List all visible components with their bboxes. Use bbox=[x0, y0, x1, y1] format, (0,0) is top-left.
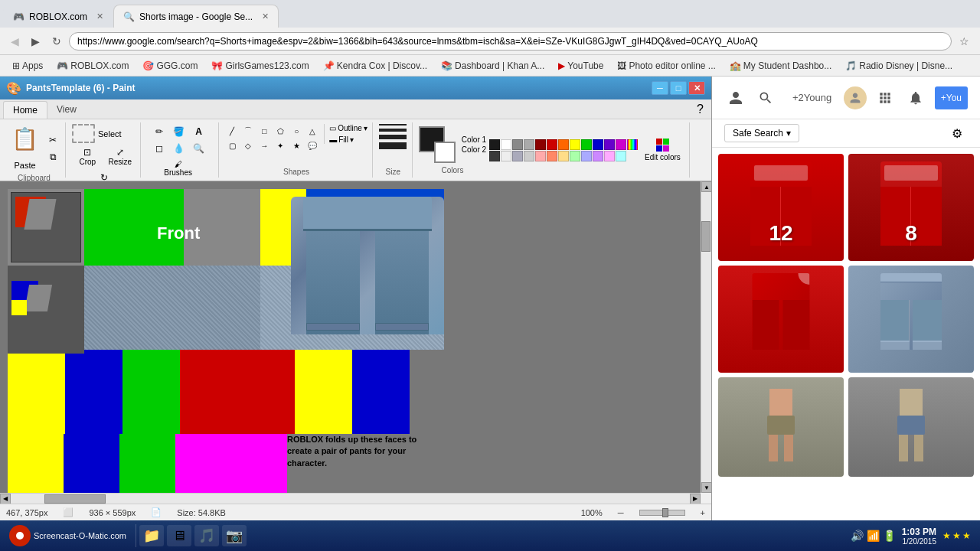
pal-lightgray2[interactable] bbox=[524, 151, 534, 161]
tab-close[interactable]: ✕ bbox=[262, 11, 269, 21]
size-3[interactable] bbox=[379, 135, 407, 139]
pal-lightblue[interactable] bbox=[581, 151, 592, 161]
horizontal-scrollbar[interactable]: ◀ ▶ bbox=[0, 493, 701, 504]
address-bar[interactable] bbox=[69, 32, 952, 51]
rrect-tool[interactable]: ▢ bbox=[225, 139, 239, 152]
pal-darkred[interactable] bbox=[535, 139, 546, 150]
crop-button[interactable]: ⊡ Crop bbox=[72, 145, 103, 168]
pencil-tool[interactable]: ✏ bbox=[152, 124, 167, 139]
bookmark-roblox[interactable]: 🎮 ROBLOX.com bbox=[51, 59, 135, 73]
size-2[interactable] bbox=[379, 129, 407, 132]
tab-home[interactable]: Home bbox=[3, 101, 47, 119]
result-item-3[interactable] bbox=[718, 266, 844, 373]
fill-tool[interactable]: 🪣 bbox=[172, 124, 187, 139]
scroll-up[interactable]: ▲ bbox=[701, 181, 711, 192]
back-button[interactable]: ◀ bbox=[6, 34, 24, 49]
pal-gray2[interactable] bbox=[524, 139, 534, 150]
tab-roblox[interactable]: 🎮 ROBLOX.com ✕ bbox=[3, 5, 113, 28]
result-item-6[interactable] bbox=[848, 377, 974, 477]
bookmark-khan[interactable]: 📚 Dashboard | Khan A... bbox=[435, 59, 550, 73]
pal-purple[interactable] bbox=[604, 139, 615, 150]
tray-icon-3[interactable]: 🔋 bbox=[883, 530, 896, 542]
maximize-button[interactable]: □ bbox=[670, 81, 687, 95]
screencast-item[interactable]: Screencast-O-Matic.com bbox=[3, 525, 132, 546]
result-item-5[interactable] bbox=[718, 377, 844, 477]
safe-search-dropdown[interactable]: ▾ bbox=[786, 128, 791, 139]
cut-button[interactable]: ✂ bbox=[45, 132, 60, 148]
polygon-tool[interactable]: ⬠ bbox=[273, 124, 287, 138]
result-image-2[interactable]: 8 bbox=[848, 154, 974, 261]
result-image-5[interactable] bbox=[718, 377, 844, 477]
pal-magenta[interactable] bbox=[616, 139, 626, 150]
resize-button[interactable]: ⤢ Resize bbox=[105, 145, 136, 168]
forward-button[interactable]: ▶ bbox=[27, 34, 44, 49]
select-button[interactable] bbox=[72, 124, 95, 143]
zoom-plus[interactable]: + bbox=[701, 508, 705, 517]
line-tool[interactable]: ╱ bbox=[225, 124, 239, 138]
avatar[interactable] bbox=[844, 86, 867, 109]
bookmark-ggg[interactable]: 🎯 GGG.com bbox=[136, 59, 204, 73]
people-icon-btn[interactable] bbox=[724, 86, 747, 109]
pal-rainbow[interactable] bbox=[627, 139, 638, 150]
taskbar-computer[interactable]: 🖥 bbox=[167, 525, 191, 546]
bookmark-photoeditor[interactable]: 🖼 Photo editor online ... bbox=[611, 59, 721, 73]
taskbar-music[interactable]: 🎵 bbox=[194, 525, 219, 546]
pal-cyan[interactable] bbox=[616, 151, 626, 161]
curve-tool[interactable]: ⌒ bbox=[241, 124, 255, 138]
tray-icon-2[interactable]: 📶 bbox=[867, 530, 880, 542]
pal-lightyellow[interactable] bbox=[558, 151, 569, 161]
copy-button[interactable]: ⧉ bbox=[45, 149, 60, 165]
plus-btn[interactable]: +You bbox=[935, 86, 968, 109]
pal-lightmagenta[interactable] bbox=[604, 151, 615, 161]
magnify-tool[interactable]: 🔍 bbox=[191, 141, 207, 156]
arrow-tool[interactable]: → bbox=[257, 139, 271, 152]
bookmark-apps[interactable]: ⊞ Apps bbox=[6, 59, 49, 73]
paint-canvas[interactable]: Back Front bbox=[8, 189, 444, 493]
pal-white[interactable] bbox=[501, 139, 511, 150]
settings-btn[interactable]: ⚙ bbox=[946, 122, 968, 144]
scroll-left[interactable]: ◀ bbox=[0, 494, 11, 504]
star4-tool[interactable]: ✦ bbox=[273, 139, 287, 152]
pal-lightgray[interactable] bbox=[501, 151, 511, 161]
pal-lightpurple[interactable] bbox=[593, 151, 603, 161]
zoom-thumb[interactable] bbox=[662, 508, 668, 517]
result-image-6[interactable] bbox=[848, 377, 974, 477]
text-tool[interactable]: A bbox=[191, 124, 207, 139]
pal-lightorange[interactable] bbox=[547, 151, 557, 161]
pal-gray1[interactable] bbox=[512, 139, 523, 150]
call-tool[interactable]: 💬 bbox=[305, 139, 319, 152]
pal-orange[interactable] bbox=[558, 139, 569, 150]
apps-grid-btn[interactable] bbox=[874, 86, 897, 109]
fill-dropdown[interactable]: ▾ bbox=[350, 135, 354, 144]
pal-lightgreen[interactable] bbox=[570, 151, 580, 161]
help-icon[interactable]: ? bbox=[692, 101, 708, 119]
edit-colors-button[interactable]: Edit colors bbox=[641, 135, 684, 165]
triangle-tool[interactable]: △ bbox=[305, 124, 319, 138]
result-image-3[interactable] bbox=[718, 266, 844, 373]
pal-darkgray[interactable] bbox=[489, 151, 500, 161]
star-button[interactable]: ☆ bbox=[955, 34, 974, 49]
paste-label[interactable]: Paste bbox=[10, 158, 39, 172]
tray-icon-1[interactable]: 🔊 bbox=[851, 530, 864, 542]
brushes-button[interactable]: 🖌 Brushes bbox=[152, 158, 205, 179]
pal-yellow[interactable] bbox=[570, 139, 580, 150]
size-1[interactable] bbox=[379, 124, 407, 126]
paste-button[interactable]: 📋 bbox=[8, 124, 42, 158]
bookmark-radio[interactable]: 🎵 Radio Disney | Disne... bbox=[839, 59, 959, 73]
colorpick-tool[interactable]: 💧 bbox=[172, 141, 187, 156]
diamond-tool[interactable]: ◇ bbox=[241, 139, 255, 152]
size-4[interactable] bbox=[379, 142, 407, 149]
hscroll-thumb[interactable] bbox=[44, 494, 106, 504]
pal-black[interactable] bbox=[489, 139, 500, 150]
result-item-4[interactable] bbox=[848, 266, 974, 373]
paint-canvas-scroll[interactable]: Back Front bbox=[0, 181, 701, 493]
pal-bluegray[interactable] bbox=[512, 151, 523, 161]
star5-tool[interactable]: ★ bbox=[289, 139, 303, 152]
tab-view[interactable]: View bbox=[47, 101, 86, 119]
close-button[interactable]: ✕ bbox=[688, 81, 705, 95]
taskbar-folders[interactable]: 📁 bbox=[139, 525, 164, 546]
result-item-1[interactable]: 12 bbox=[718, 154, 844, 261]
pal-red[interactable] bbox=[547, 139, 557, 150]
tab-close[interactable]: ✕ bbox=[96, 11, 103, 21]
result-image-1[interactable]: 12 bbox=[718, 154, 844, 261]
